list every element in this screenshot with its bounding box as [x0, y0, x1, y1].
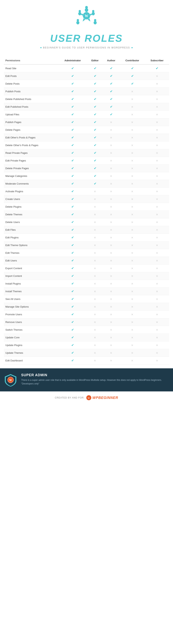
cell-editor: ✔ — [87, 103, 103, 111]
cross-icon: ✕ — [94, 228, 96, 232]
cell-contributor: ✕ — [120, 326, 145, 334]
cross-icon: ✕ — [110, 267, 112, 270]
cell-contributor: ✕ — [120, 188, 145, 195]
cell-contributor: ✔ — [120, 80, 145, 88]
cross-icon: ✕ — [156, 205, 158, 208]
check-icon: ✔ — [131, 67, 134, 70]
cell-editor: ✔ — [87, 134, 103, 142]
table-row: Edit Themes✔✕✕✕✕ — [4, 249, 169, 257]
cross-icon: ✕ — [131, 313, 134, 316]
cross-icon: ✕ — [156, 190, 158, 193]
cell-contributor: ✕ — [120, 349, 145, 357]
cell-subscriber: ✕ — [145, 242, 169, 249]
table-row: Remove Users✔✕✕✕✕ — [4, 318, 169, 326]
cell-subscriber: ✕ — [145, 126, 169, 134]
cell-admin: ✔ — [58, 103, 87, 111]
cross-icon: ✕ — [110, 352, 112, 354]
permission-name: Edit Themes — [4, 249, 58, 257]
cross-icon: ✕ — [156, 174, 158, 178]
cross-icon: ✕ — [131, 328, 134, 332]
svg-text:W: W — [9, 379, 12, 382]
permission-name: Install Plugins — [4, 280, 58, 288]
check-icon: ✔ — [71, 98, 74, 101]
cell-editor: ✔ — [87, 88, 103, 95]
cell-editor: ✕ — [87, 264, 103, 272]
col-header-administrator: Administrator — [58, 57, 87, 64]
check-icon: ✔ — [110, 105, 112, 108]
cross-icon: ✕ — [110, 221, 112, 224]
cell-contributor: ✕ — [120, 195, 145, 203]
table-row: Edit Files✔✕✕✕✕ — [4, 226, 169, 234]
cross-icon: ✕ — [156, 167, 158, 170]
cross-icon: ✕ — [110, 298, 112, 301]
check-icon: ✔ — [71, 105, 74, 108]
check-icon: ✔ — [94, 182, 96, 185]
cell-author: ✕ — [103, 272, 120, 280]
col-header-editor: Editor — [87, 57, 103, 64]
cell-admin: ✔ — [58, 164, 87, 172]
cross-icon: ✕ — [156, 336, 158, 339]
shield-icon: W — [4, 373, 17, 386]
cell-admin: ✔ — [58, 118, 87, 126]
check-icon: ✔ — [94, 98, 96, 101]
cross-icon: ✕ — [110, 205, 112, 208]
col-header-permissions: Permissions — [4, 57, 58, 64]
cell-admin: ✔ — [58, 280, 87, 288]
cross-icon: ✕ — [110, 244, 112, 247]
cell-editor: ✔ — [87, 142, 103, 149]
cell-contributor: ✕ — [120, 264, 145, 272]
check-icon: ✔ — [94, 128, 96, 132]
cross-icon: ✕ — [156, 105, 158, 108]
cell-admin: ✔ — [58, 203, 87, 211]
check-icon: ✔ — [94, 82, 96, 85]
cell-subscriber: ✕ — [145, 118, 169, 126]
cross-icon: ✕ — [94, 305, 96, 308]
permission-name: Edit Plugins — [4, 234, 58, 242]
cell-author: ✕ — [103, 203, 120, 211]
check-icon: ✔ — [71, 290, 74, 293]
permission-name: Publish Pages — [4, 118, 58, 126]
cell-author: ✕ — [103, 257, 120, 264]
cell-subscriber: ✕ — [145, 142, 169, 149]
table-row: Delete Themes✔✕✕✕✕ — [4, 211, 169, 218]
check-icon: ✔ — [71, 113, 74, 116]
cell-author: ✕ — [103, 211, 120, 218]
cell-contributor: ✕ — [120, 157, 145, 164]
table-row: Edit Dashboard✔✕✕✕✕ — [4, 357, 169, 364]
cross-icon: ✕ — [156, 182, 158, 185]
cross-icon: ✕ — [110, 121, 112, 124]
cell-contributor: ✕ — [120, 311, 145, 318]
cell-subscriber: ✕ — [145, 326, 169, 334]
check-icon: ✔ — [94, 136, 96, 139]
permission-name: Edit Other's Posts & Pages — [4, 134, 58, 142]
cross-icon: ✕ — [94, 344, 96, 347]
cross-icon: ✕ — [94, 190, 96, 193]
check-icon: ✔ — [71, 198, 74, 201]
cell-subscriber: ✕ — [145, 288, 169, 295]
cell-contributor: ✕ — [120, 103, 145, 111]
cell-contributor: ✕ — [120, 126, 145, 134]
table-row: Import Content✔✕✕✕✕ — [4, 272, 169, 280]
cross-icon: ✕ — [110, 174, 112, 178]
table-row: Update Plugins✔✕✕✕✕ — [4, 342, 169, 349]
cell-editor: ✕ — [87, 234, 103, 242]
cell-contributor: ✕ — [120, 342, 145, 349]
cell-contributor: ✔ — [120, 64, 145, 72]
cell-editor: ✕ — [87, 318, 103, 326]
table-row: Switch Themes✔✕✕✕✕ — [4, 326, 169, 334]
check-icon: ✔ — [71, 359, 74, 362]
cross-icon: ✕ — [94, 321, 96, 324]
cross-icon: ✕ — [156, 252, 158, 254]
cell-subscriber: ✕ — [145, 272, 169, 280]
cross-icon: ✕ — [156, 228, 158, 232]
cross-icon: ✕ — [94, 198, 96, 201]
cross-icon: ✕ — [110, 282, 112, 285]
cell-admin: ✔ — [58, 342, 87, 349]
permission-name: Switch Themes — [4, 326, 58, 334]
cross-icon: ✕ — [94, 213, 96, 216]
check-icon: ✔ — [110, 98, 112, 101]
check-icon: ✔ — [94, 67, 96, 70]
cross-icon: ✕ — [156, 113, 158, 116]
cell-subscriber: ✕ — [145, 349, 169, 357]
cell-editor: ✕ — [87, 303, 103, 311]
